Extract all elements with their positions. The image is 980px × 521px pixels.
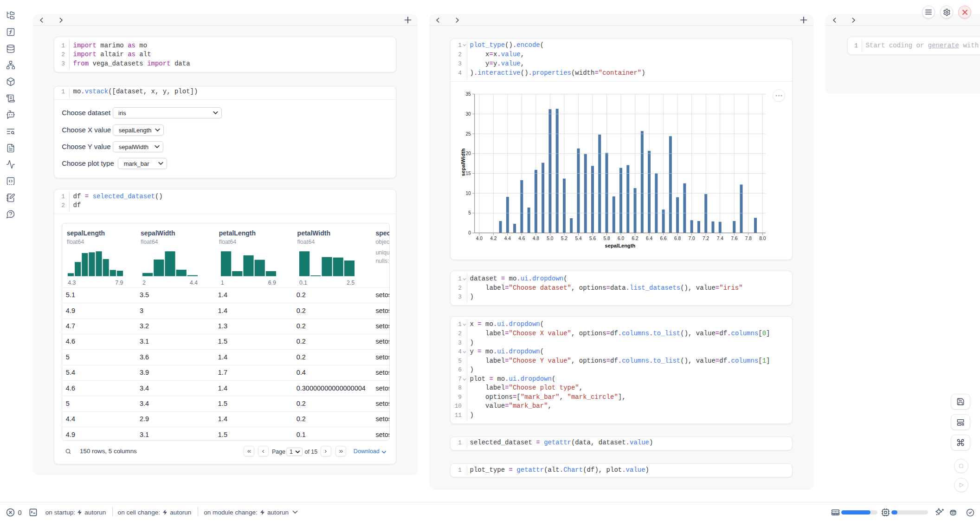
svg-text:7.6: 7.6 (731, 236, 737, 241)
svg-text:5.8: 5.8 (603, 236, 610, 241)
svg-text:7.4: 7.4 (716, 236, 723, 241)
svg-text:5.4: 5.4 (575, 236, 581, 241)
svg-text:5.0: 5.0 (547, 236, 553, 241)
svg-text:35: 35 (465, 91, 471, 97)
svg-text:15: 15 (465, 171, 471, 176)
svg-text:4.6: 4.6 (518, 236, 525, 241)
svg-text:5: 5 (468, 210, 471, 215)
svg-text:sepalLength: sepalLength (605, 243, 635, 248)
svg-text:4.2: 4.2 (490, 236, 496, 241)
svg-text:0: 0 (468, 230, 471, 235)
svg-text:sepalWidth: sepalWidth (460, 149, 465, 176)
svg-text:8.0: 8.0 (759, 236, 766, 241)
svg-text:4.8: 4.8 (532, 236, 539, 241)
svg-text:6.2: 6.2 (632, 236, 638, 241)
svg-text:4.0: 4.0 (476, 236, 482, 241)
svg-text:5.6: 5.6 (589, 236, 595, 241)
svg-text:7.8: 7.8 (745, 236, 751, 241)
svg-text:20: 20 (465, 151, 471, 156)
svg-text:6.6: 6.6 (660, 236, 666, 241)
svg-text:7.0: 7.0 (688, 236, 695, 241)
svg-text:7.2: 7.2 (703, 236, 709, 241)
svg-text:25: 25 (465, 131, 471, 137)
svg-text:5.2: 5.2 (561, 236, 567, 241)
svg-text:6.8: 6.8 (674, 236, 681, 241)
svg-text:6.4: 6.4 (646, 236, 652, 241)
svg-text:10: 10 (465, 191, 471, 196)
svg-text:30: 30 (465, 111, 471, 117)
svg-text:6.0: 6.0 (617, 236, 624, 241)
svg-text:4.4: 4.4 (504, 236, 510, 241)
